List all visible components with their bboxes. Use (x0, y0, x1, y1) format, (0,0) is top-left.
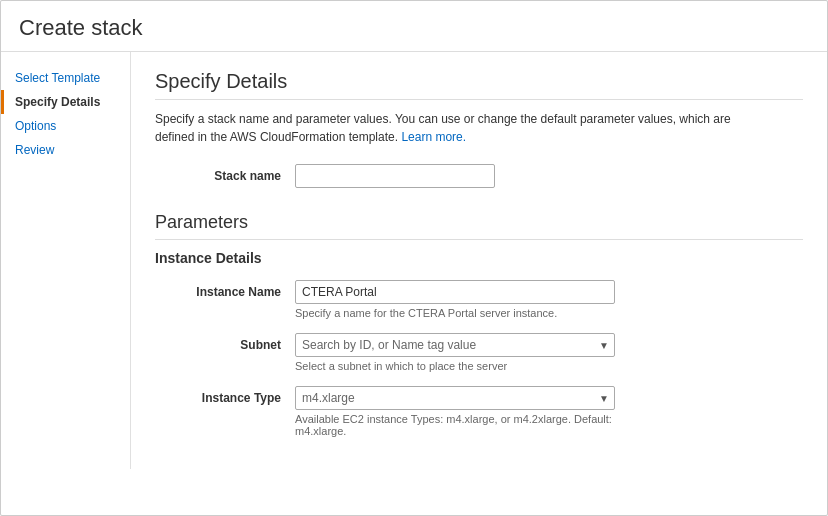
instance-type-hint: Available EC2 instance Types: m4.xlarge,… (295, 413, 615, 437)
description-line2: AWS CloudFormation template. (230, 130, 398, 144)
parameters-title: Parameters (155, 212, 803, 240)
subnet-label: Subnet (155, 333, 295, 352)
parameters-section: Parameters Instance Details Instance Nam… (155, 212, 803, 437)
main-content: Specify Details Specify a stack name and… (131, 52, 827, 469)
page-title: Create stack (1, 1, 827, 51)
content-area: Select Template Specify Details Options … (1, 51, 827, 469)
instance-name-hint: Specify a name for the CTERA Portal serv… (295, 307, 615, 319)
stack-name-row: Stack name (155, 164, 803, 188)
subnet-field: Search by ID, or Name tag value ▼ Select… (295, 333, 615, 372)
sidebar-item-select-template[interactable]: Select Template (1, 66, 130, 90)
subnet-select[interactable]: Search by ID, or Name tag value (295, 333, 615, 357)
instance-name-label: Instance Name (155, 280, 295, 299)
stack-name-label: Stack name (155, 169, 295, 183)
instance-type-field: m4.xlarge m4.2xlarge ▼ Available EC2 ins… (295, 386, 615, 437)
stack-name-input[interactable] (295, 164, 495, 188)
subnet-row: Subnet Search by ID, or Name tag value ▼… (155, 333, 803, 372)
sidebar-item-specify-details: Specify Details (1, 90, 130, 114)
subnet-hint: Select a subnet in which to place the se… (295, 360, 615, 372)
instance-type-select[interactable]: m4.xlarge m4.2xlarge (295, 386, 615, 410)
learn-more-link[interactable]: Learn more. (401, 130, 466, 144)
instance-name-field: Specify a name for the CTERA Portal serv… (295, 280, 615, 319)
sidebar: Select Template Specify Details Options … (1, 52, 131, 469)
instance-type-row: Instance Type m4.xlarge m4.2xlarge ▼ Ava… (155, 386, 803, 437)
instance-details-title: Instance Details (155, 250, 803, 266)
sidebar-item-options[interactable]: Options (1, 114, 130, 138)
instance-type-label: Instance Type (155, 386, 295, 405)
subnet-select-wrapper: Search by ID, or Name tag value ▼ (295, 333, 615, 357)
section-title: Specify Details (155, 70, 803, 100)
app-window: Create stack Select Template Specify Det… (0, 0, 828, 516)
sidebar-item-review[interactable]: Review (1, 138, 130, 162)
instance-name-input[interactable] (295, 280, 615, 304)
instance-type-select-wrapper: m4.xlarge m4.2xlarge ▼ (295, 386, 615, 410)
description: Specify a stack name and parameter value… (155, 110, 735, 146)
instance-name-row: Instance Name Specify a name for the CTE… (155, 280, 803, 319)
